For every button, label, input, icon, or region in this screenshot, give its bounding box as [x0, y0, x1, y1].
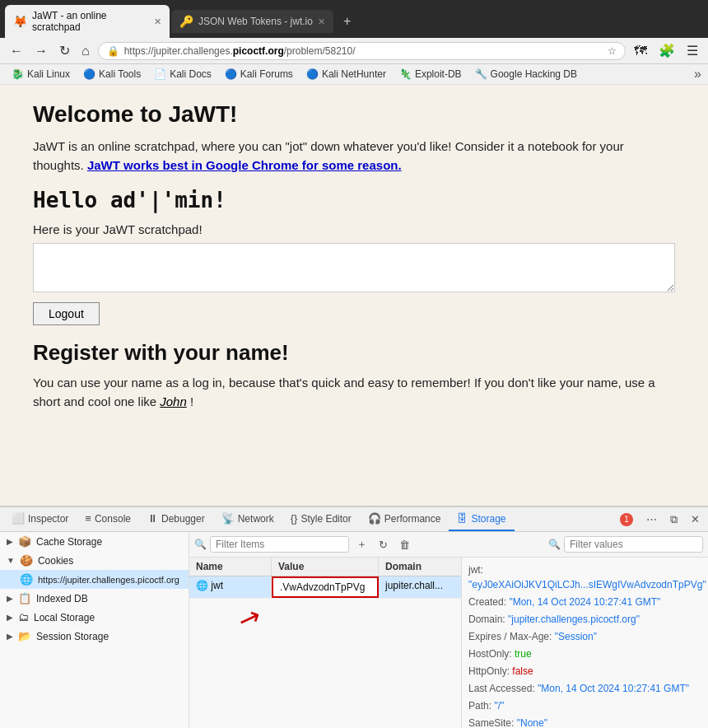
window-close[interactable]: [692, 16, 703, 27]
scratchpad-textarea[interactable]: [33, 243, 675, 292]
bookmark-kali-tools[interactable]: 🔵 Kali Tools: [78, 67, 146, 82]
back-button[interactable]: ←: [7, 42, 26, 60]
cookies-site-label: https://jupiter.challenges.picoctf.org: [38, 575, 182, 585]
new-tab-button[interactable]: +: [335, 9, 359, 34]
error-badge-button[interactable]: 1: [615, 510, 638, 530]
address-text: https://jupiter.challenges.picoctf.org/p…: [124, 45, 603, 57]
performance-icon: 🎧: [368, 512, 381, 525]
window-minimize[interactable]: [655, 16, 667, 27]
tab-bar: 🦊 JaWT - an online scratchpad ✕ 🔑 JSON W…: [0, 0, 708, 38]
bookmarks-bar: 🐉 Kali Linux 🔵 Kali Tools 📄 Kali Docs 🔵 …: [0, 64, 708, 85]
bookmark-icon-kali-docs: 📄: [154, 68, 166, 80]
style-editor-icon: {}: [291, 512, 298, 525]
tab-style-editor[interactable]: {} Style Editor: [282, 507, 360, 531]
site-globe-icon: 🌐: [20, 573, 33, 586]
sidebar-item-session-storage[interactable]: ▶ 📂 Session Storage: [0, 627, 189, 646]
tab-performance[interactable]: 🎧 Performance: [360, 507, 449, 531]
detail-created-value: "Mon, 14 Oct 2024 10:27:41 GMT": [509, 596, 660, 608]
expand-cookies-icon: ▼: [7, 556, 15, 565]
debugger-icon: ⏸: [147, 512, 158, 525]
error-count: 1: [620, 513, 633, 526]
tab-debugger[interactable]: ⏸ Debugger: [139, 507, 213, 531]
register-text: You can use your name as a log in, becau…: [33, 374, 675, 411]
window-maximize[interactable]: [673, 16, 685, 27]
bookmarks-more-button[interactable]: »: [694, 67, 701, 82]
bookmark-kali-linux[interactable]: 🐉 Kali Linux: [7, 67, 75, 82]
bookmark-kali-nethunter[interactable]: 🔵 Kali NetHunter: [301, 67, 391, 82]
bookmark-icon-google-hacking-db: 🔧: [475, 68, 487, 80]
tab-storage[interactable]: 🗄 Storage: [449, 507, 514, 531]
tab-inspector[interactable]: ⬜ Inspector: [3, 507, 77, 531]
pocket-button[interactable]: 🗺: [631, 42, 650, 60]
tab-network[interactable]: 📡 Network: [213, 507, 282, 531]
detail-expires: Expires / Max-Age: "Session": [468, 629, 701, 644]
tab-jwt[interactable]: 🔑 JSON Web Tokens - jwt.io ✕: [171, 10, 333, 33]
bookmark-kali-forums[interactable]: 🔵 Kali Forums: [220, 67, 298, 82]
delete-item-button[interactable]: 🗑: [395, 537, 414, 553]
security-icon: 🔒: [107, 45, 119, 57]
forward-button[interactable]: →: [31, 42, 51, 60]
detail-path-label: Path:: [468, 700, 491, 712]
chrome-link[interactable]: JaWT works best in Google Chrome for som…: [87, 158, 402, 172]
sidebar-item-cookies[interactable]: ▼ 🍪 Cookies: [0, 551, 189, 570]
sidebar-item-indexed-db[interactable]: ▶ 📋 Indexed DB: [0, 589, 189, 608]
devtools-close-button[interactable]: ✕: [686, 510, 705, 529]
refresh-button[interactable]: ↻: [56, 41, 73, 60]
sidebar-item-cache-storage[interactable]: ▶ 📦 Cache Storage: [0, 532, 189, 551]
bookmark-exploit-db[interactable]: 🦎 Exploit-DB: [394, 67, 467, 82]
tab-close-jawt[interactable]: ✕: [154, 16, 161, 27]
devtools-table-area: Name Value Domain Path Expir... 🌐 jwt: [189, 558, 708, 728]
bookmark-google-hacking-db[interactable]: 🔧 Google Hacking DB: [470, 67, 582, 82]
add-item-button[interactable]: ＋: [352, 535, 371, 553]
john-link[interactable]: John: [160, 394, 187, 408]
tab-label-jawt: JaWT - an online scratchpad: [32, 10, 149, 33]
detail-created-label: Created:: [468, 596, 506, 608]
menu-button[interactable]: ☰: [683, 41, 701, 60]
bookmark-star-icon[interactable]: ☆: [608, 45, 617, 57]
detail-httponly-label: HttpOnly:: [468, 665, 510, 677]
extensions-button[interactable]: 🧩: [655, 41, 678, 60]
sidebar-item-cookies-site[interactable]: 🌐 https://jupiter.challenges.picoctf.org: [0, 570, 189, 589]
indexed-db-icon: 📋: [18, 592, 31, 604]
td-name: 🌐 jwt: [189, 576, 272, 598]
tab-bar-right: [655, 16, 703, 27]
filter-values-input[interactable]: [564, 536, 703, 553]
cookies-label: Cookies: [38, 555, 182, 567]
filter-items-input[interactable]: [210, 536, 349, 553]
tab-close-jwt[interactable]: ✕: [318, 16, 325, 27]
tab-jawt[interactable]: 🦊 JaWT - an online scratchpad ✕: [5, 5, 170, 38]
devtools-toolbar: 🔍 ＋ ↻ 🗑 🔍: [189, 532, 708, 558]
detail-hostonly: HostOnly: true: [468, 646, 701, 661]
detail-domain: Domain: "jupiter.challenges.picoctf.org": [468, 612, 701, 627]
address-bar[interactable]: 🔒 https://jupiter.challenges.picoctf.org…: [98, 42, 626, 60]
site-favicon: 🌐: [196, 580, 208, 591]
devtools-dock-button[interactable]: ⧉: [665, 510, 682, 530]
tab-favicon-jwt: 🔑: [179, 15, 193, 28]
detail-last-accessed-label: Last Accessed:: [468, 683, 535, 694]
tab-label-jwt: JSON Web Tokens - jwt.io: [198, 16, 313, 27]
home-button[interactable]: ⌂: [78, 42, 93, 60]
tab-console[interactable]: ≡ Console: [77, 507, 139, 531]
detail-created: Created: "Mon, 14 Oct 2024 10:27:41 GMT": [468, 595, 701, 609]
tab-favicon-jawt: 🦊: [13, 15, 27, 28]
th-domain: Domain: [379, 558, 461, 576]
devtools-main: 🔍 ＋ ↻ 🗑 🔍 Name Value Domain Path: [189, 532, 708, 728]
detail-last-accessed-value: "Mon, 14 Oct 2024 10:27:41 GMT": [538, 683, 689, 694]
console-icon: ≡: [85, 512, 91, 525]
devtools-table: Name Value Domain Path Expir... 🌐 jwt: [189, 558, 461, 728]
nav-bar: ← → ↻ ⌂ 🔒 https://jupiter.challenges.pic…: [0, 38, 708, 64]
detail-hostonly-label: HostOnly:: [468, 648, 512, 660]
detail-jwt: jwt: "eyJ0eXAiOiJKV1QiLCJh...sIEWgIVwAdv…: [468, 562, 701, 592]
register-title: Register with your name!: [33, 340, 675, 366]
detail-samesite-value: "None": [517, 717, 547, 728]
detail-httponly: HttpOnly: false: [468, 664, 701, 679]
detail-expires-value: "Session": [555, 631, 597, 642]
devtools-more-button[interactable]: ⋯: [641, 510, 662, 529]
logout-button[interactable]: Logout: [33, 302, 100, 325]
bookmark-kali-docs[interactable]: 📄 Kali Docs: [149, 67, 217, 82]
sidebar-item-local-storage[interactable]: ▶ 🗂 Local Storage: [0, 608, 189, 627]
page-title: Welcome to JaWT!: [33, 101, 675, 128]
cache-storage-label: Cache Storage: [36, 536, 182, 548]
refresh-items-button[interactable]: ↻: [375, 537, 392, 553]
table-row[interactable]: 🌐 jwt .VwAdvzodnTpPVg jupiter.chall... /…: [189, 576, 461, 599]
